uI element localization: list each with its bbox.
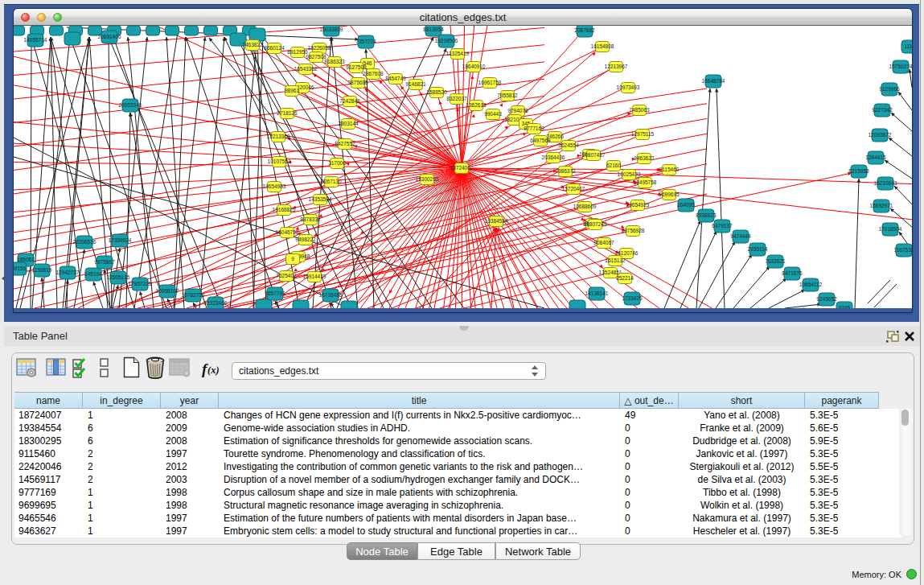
- svg-text:18495758: 18495758: [634, 179, 657, 185]
- svg-text:2087682: 2087682: [574, 27, 595, 33]
- svg-text:2935114: 2935114: [748, 246, 768, 252]
- svg-text:18640910: 18640910: [462, 64, 486, 69]
- svg-text:8454749: 8454749: [385, 76, 406, 81]
- svg-text:8912956: 8912956: [287, 49, 308, 55]
- svg-text:16648784: 16648784: [702, 78, 725, 84]
- svg-text:16543362: 16543362: [294, 66, 318, 72]
- svg-text:10807487: 10807487: [582, 152, 606, 158]
- svg-text:17359924: 17359924: [109, 237, 132, 243]
- svg-text:990443: 990443: [484, 111, 502, 117]
- svg-text:11325419: 11325419: [446, 51, 470, 56]
- svg-text:3875685: 3875685: [347, 80, 368, 85]
- svg-text:20364436: 20364436: [542, 154, 565, 160]
- svg-text:7955812: 7955812: [497, 93, 518, 98]
- svg-text:8660124: 8660124: [264, 45, 285, 51]
- svg-text:2867608: 2867608: [363, 71, 384, 76]
- svg-text:9827508: 9827508: [306, 54, 326, 60]
- svg-text:7986372: 7986372: [555, 168, 576, 174]
- svg-text:6497568: 6497568: [530, 138, 551, 143]
- svg-text:1112: 1112: [904, 43, 912, 49]
- svg-text:16120746: 16120746: [615, 250, 639, 256]
- svg-text:9245: 9245: [839, 305, 851, 308]
- svg-text:19384554: 19384554: [485, 218, 508, 224]
- svg-text:7242848: 7242848: [339, 98, 360, 104]
- svg-text:19166825: 19166825: [273, 207, 296, 212]
- svg-text:98961: 98961: [285, 88, 299, 93]
- svg-text:9463627: 9463627: [634, 155, 655, 161]
- svg-text:2718126: 2718126: [277, 110, 298, 116]
- svg-text:15720407: 15720407: [562, 186, 585, 192]
- svg-text:9146821: 9146821: [405, 81, 426, 87]
- svg-text:7625402: 7625402: [276, 273, 297, 278]
- svg-text:8215958: 8215958: [848, 168, 869, 174]
- svg-text:9975867: 9975867: [94, 259, 115, 265]
- svg-text:9474444: 9474444: [730, 233, 751, 239]
- svg-text:8322037: 8322037: [446, 96, 467, 101]
- svg-text:145194: 145194: [84, 271, 102, 277]
- svg-text:10107553: 10107553: [268, 159, 291, 164]
- svg-text:8878332: 8878332: [300, 216, 321, 222]
- svg-text:12213369: 12213369: [267, 134, 290, 139]
- svg-text:9699695: 9699695: [659, 192, 680, 197]
- svg-text:10654112: 10654112: [799, 282, 823, 287]
- svg-text:9657791: 9657791: [265, 290, 285, 296]
- svg-text:12093872: 12093872: [869, 132, 892, 138]
- svg-text:14353594: 14353594: [309, 196, 332, 202]
- svg-text:16210643: 16210643: [874, 180, 897, 186]
- svg-text:20691406: 20691406: [98, 34, 121, 39]
- svg-text:19218506: 19218506: [435, 38, 458, 43]
- svg-text:10973493: 10973493: [617, 84, 640, 90]
- svg-text:1167533: 1167533: [894, 247, 912, 253]
- svg-text:15226058: 15226058: [308, 45, 331, 51]
- svg-text:9127508: 9127508: [346, 64, 367, 70]
- svg-text:9794078: 9794078: [507, 108, 528, 113]
- svg-text:12213967: 12213967: [605, 64, 628, 69]
- svg-text:10688609: 10688609: [573, 204, 597, 209]
- svg-text:12975115: 12975115: [631, 131, 655, 137]
- svg-text:14055714: 14055714: [24, 37, 47, 43]
- svg-text:10958107: 10958107: [156, 288, 179, 294]
- svg-text:17957225: 17957225: [129, 281, 152, 286]
- svg-text:7485063: 7485063: [629, 107, 650, 113]
- svg-text:12323466: 12323466: [204, 300, 228, 306]
- svg-text:1615132: 1615132: [605, 257, 626, 263]
- svg-text:15716485: 15716485: [319, 292, 343, 298]
- svg-text:20206536: 20206536: [73, 239, 97, 245]
- svg-text:18807249: 18807249: [584, 221, 607, 227]
- svg-text:12505135: 12505135: [107, 274, 130, 280]
- svg-text:9227342: 9227342: [872, 107, 893, 113]
- svg-text:2803144: 2803144: [338, 121, 359, 126]
- svg-text:15692971: 15692971: [870, 203, 893, 208]
- svg-text:15751074: 15751074: [889, 64, 912, 69]
- svg-text:39159: 39159: [14, 266, 26, 271]
- svg-text:8813054: 8813054: [423, 27, 444, 32]
- svg-text:10756928: 10756928: [622, 228, 645, 233]
- svg-text:3267130: 3267130: [321, 179, 342, 184]
- svg-text:7632621: 7632621: [765, 258, 786, 264]
- svg-text:1362615: 1362615: [466, 102, 487, 108]
- svg-text:8938923: 8938923: [696, 212, 717, 218]
- svg-text:16046758: 16046758: [276, 229, 299, 235]
- svg-text:9129966: 9129966: [879, 86, 900, 92]
- svg-text:16154808: 16154808: [591, 43, 614, 49]
- svg-text:62160: 62160: [606, 163, 621, 168]
- svg-text:18300295: 18300295: [416, 176, 439, 182]
- svg-text:16914479: 16914479: [303, 274, 326, 279]
- svg-text:16033809: 16033809: [320, 27, 343, 32]
- svg-text:9: 9: [291, 256, 294, 262]
- svg-text:9115460: 9115460: [659, 167, 680, 172]
- svg-text:8427552: 8427552: [335, 141, 355, 146]
- svg-text:7357224: 7357224: [355, 39, 376, 44]
- svg-text:20053346: 20053346: [119, 102, 142, 108]
- svg-text:1244415: 1244415: [865, 154, 886, 160]
- svg-text:164095: 164095: [677, 202, 695, 208]
- svg-text:9084067: 9084067: [593, 240, 614, 245]
- svg-text:1733426: 1733426: [622, 295, 643, 301]
- svg-text:8186323: 8186323: [324, 59, 345, 64]
- svg-text:1156819: 1156819: [32, 267, 52, 273]
- svg-text:3624554: 3624554: [558, 142, 579, 148]
- svg-text:16961758: 16961758: [478, 80, 502, 85]
- svg-text:19654983: 19654983: [263, 183, 286, 189]
- svg-text:19654923: 19654923: [626, 202, 650, 208]
- svg-text:17016504: 17016504: [879, 226, 902, 232]
